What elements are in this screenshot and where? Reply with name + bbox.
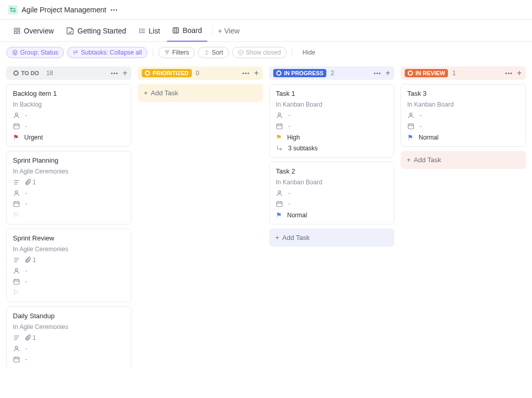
priority-value: Urgent (24, 134, 43, 141)
svg-rect-1 (18, 28, 20, 30)
column-todo: TO DO 18 ••• + Backlog item 1 In Backlog… (6, 66, 131, 386)
add-task-label: Add Task (151, 89, 178, 97)
add-task-button[interactable]: + Add Task (401, 151, 526, 169)
column-more-icon[interactable]: ••• (242, 70, 250, 76)
more-icon[interactable]: ••• (110, 7, 118, 13)
svg-rect-34 (14, 280, 20, 284)
tab-overview[interactable]: Overview (8, 20, 59, 42)
tab-label: Board (182, 26, 202, 34)
column-add-icon[interactable]: + (254, 69, 259, 77)
calendar-icon (13, 123, 20, 130)
flag-icon: ⚑ (407, 133, 413, 141)
add-task-button[interactable]: + Add Task (138, 84, 263, 102)
status-label: IN REVIEW (415, 70, 445, 76)
flag-icon: ⚑ (276, 133, 282, 141)
column-add-icon[interactable]: + (123, 69, 127, 77)
subtasks-pill[interactable]: Subtasks: Collapse all (67, 47, 147, 58)
status-badge: TO DO (10, 69, 42, 77)
column-add-icon[interactable]: + (517, 69, 522, 77)
attachment-count: 1 (32, 179, 36, 186)
add-view-button[interactable]: + View (218, 27, 240, 35)
app-title: Agile Project Management (22, 6, 106, 14)
assignee-value: - (288, 189, 290, 197)
column-add-icon[interactable]: + (386, 69, 390, 77)
assignee-icon (407, 112, 414, 119)
date-value: - (420, 123, 422, 130)
subtasks-icon (276, 145, 283, 152)
flag-icon: ⚑ (276, 211, 282, 219)
calendar-icon (13, 278, 20, 285)
plus-icon: + (144, 89, 148, 97)
svg-rect-57 (408, 124, 414, 129)
column-header[interactable]: PRIORITIZED 0 ••• + (138, 66, 263, 80)
tab-label: Overview (24, 27, 54, 35)
separator (292, 48, 292, 57)
task-card[interactable]: Sprint Review In Agile Ceremonies 1 - - … (6, 229, 131, 302)
svg-rect-0 (14, 28, 16, 30)
status-circle-icon (408, 71, 413, 76)
priority-value: Normal (287, 212, 307, 219)
add-task-button[interactable]: + Add Task (269, 229, 394, 247)
column-header[interactable]: TO DO 18 ••• + (6, 66, 131, 80)
svg-point-51 (278, 191, 281, 193)
column-header[interactable]: IN REVIEW 1 ••• + (401, 66, 526, 80)
column-more-icon[interactable]: ••• (505, 70, 513, 76)
calendar-icon (276, 123, 283, 130)
assignee-icon (276, 189, 283, 197)
svg-point-17 (15, 113, 18, 115)
svg-rect-2 (14, 31, 16, 33)
card-title: Task 1 (276, 90, 388, 97)
add-task-label: Add Task (414, 156, 441, 164)
group-pill[interactable]: Group: Status (6, 47, 64, 58)
column-more-icon[interactable]: ••• (111, 70, 119, 76)
add-task-label: Add Task (282, 234, 310, 241)
card-location: In Agile Ceremonies (13, 323, 125, 331)
assignee-value: - (25, 112, 27, 119)
separator (212, 26, 213, 36)
column-more-icon[interactable]: ••• (374, 70, 381, 76)
calendar-icon (276, 200, 283, 207)
flag-icon: ⚐ (13, 289, 19, 297)
calendar-icon (407, 123, 414, 130)
task-card[interactable]: Backlog item 1 In Backlog - - ⚑Urgent (6, 84, 131, 147)
description-icon (13, 179, 20, 186)
status-label: TO DO (21, 70, 39, 76)
task-card[interactable]: Sprint Planning In Agile Ceremonies 1 - … (6, 151, 131, 224)
description-icon (13, 334, 20, 341)
card-location: In Agile Ceremonies (13, 246, 125, 253)
task-card[interactable]: Daily Standup In Agile Ceremonies 1 - - (6, 306, 131, 368)
svg-point-9 (139, 32, 140, 32)
sort-label: Sort (212, 49, 223, 56)
tab-getting-started[interactable]: Getting Started (61, 20, 131, 42)
show-closed-pill[interactable]: Show closed (232, 47, 287, 58)
column-count: 0 (196, 70, 200, 77)
card-title: Sprint Review (13, 234, 125, 242)
column-body: Task 1 In Kanban Board - - ⚑High 3 subta… (269, 80, 394, 247)
tab-label: Getting Started (77, 27, 126, 35)
svg-point-7 (139, 28, 140, 29)
hide-button[interactable]: Hide (303, 49, 315, 56)
board-toolbar: Group: Status Subtasks: Collapse all Fil… (0, 42, 532, 63)
column-header[interactable]: IN PROGRESS 2 ••• + (269, 66, 394, 80)
card-location: In Kanban Board (407, 101, 519, 108)
card-title: Task 2 (276, 167, 388, 175)
app-icon (8, 5, 18, 14)
card-location: In Kanban Board (276, 101, 388, 108)
attachment-icon (24, 179, 31, 186)
card-title: Daily Standup (13, 312, 125, 320)
filters-pill[interactable]: Filters (158, 47, 195, 58)
tab-label: List (149, 27, 160, 35)
calendar-icon (13, 200, 20, 207)
assignee-value: - (288, 112, 290, 119)
calendar-icon (13, 356, 20, 363)
tab-board[interactable]: Board (167, 20, 207, 42)
svg-rect-10 (173, 27, 179, 33)
group-label: Group: Status (20, 49, 58, 56)
task-card[interactable]: Task 3 In Kanban Board - - ⚑Normal (401, 84, 526, 147)
assignee-value: - (420, 112, 422, 119)
column-body: + Add Task (138, 80, 263, 102)
tab-list[interactable]: List (134, 20, 165, 42)
task-card[interactable]: Task 1 In Kanban Board - - ⚑High 3 subta… (269, 84, 394, 158)
sort-pill[interactable]: Sort (198, 47, 229, 58)
task-card[interactable]: Task 2 In Kanban Board - - ⚑Normal (269, 162, 394, 224)
